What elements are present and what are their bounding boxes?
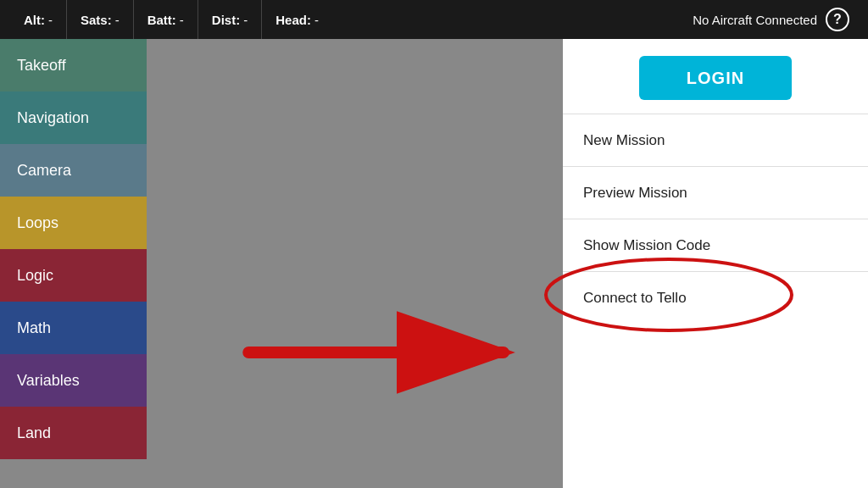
head-value: - xyxy=(314,13,319,27)
sidebar-item-logic[interactable]: Logic xyxy=(0,249,147,302)
sidebar-item-camera[interactable]: Camera xyxy=(0,144,147,197)
alt-indicator: Alt: - xyxy=(10,0,66,39)
alt-label: Alt: xyxy=(24,13,45,27)
sidebar-item-math[interactable]: Math xyxy=(0,302,147,354)
head-label: Head: xyxy=(275,13,311,27)
sidebar-item-variables[interactable]: Variables xyxy=(0,354,147,407)
login-button[interactable]: LOGIN xyxy=(639,56,792,100)
connection-status-text: No Aircraft Connected xyxy=(693,13,817,27)
batt-label: Batt: xyxy=(147,13,176,27)
new-mission-item[interactable]: New Mission xyxy=(563,114,868,167)
preview-mission-item[interactable]: Preview Mission xyxy=(563,167,868,219)
sidebar: TakeoffNavigationCameraLoopsLogicMathVar… xyxy=(0,39,147,488)
alt-value: - xyxy=(48,13,53,27)
login-section: LOGIN xyxy=(563,39,868,114)
sidebar-item-land[interactable]: Land xyxy=(0,407,147,459)
sidebar-item-navigation[interactable]: Navigation xyxy=(0,92,147,144)
batt-indicator: Batt: - xyxy=(133,0,198,39)
sats-label: Sats: xyxy=(81,13,112,27)
connect-to-tello-item[interactable]: Connect to Tello xyxy=(563,272,868,324)
help-icon[interactable]: ? xyxy=(826,8,849,31)
sats-indicator: Sats: - xyxy=(66,0,133,39)
main-layout: TakeoffNavigationCameraLoopsLogicMathVar… xyxy=(0,39,868,488)
dist-label: Dist: xyxy=(212,13,240,27)
right-panel: LOGIN New Mission Preview Mission Show M… xyxy=(563,39,868,488)
dist-indicator: Dist: - xyxy=(198,0,261,39)
connection-status: No Aircraft Connected ? xyxy=(684,8,858,31)
show-mission-code-item[interactable]: Show Mission Code xyxy=(563,219,868,272)
batt-value: - xyxy=(180,13,184,27)
sidebar-item-takeoff[interactable]: Takeoff xyxy=(0,39,147,92)
dist-value: - xyxy=(243,13,248,27)
top-bar: Alt: - Sats: - Batt: - Dist: - Head: - N… xyxy=(0,0,868,39)
head-indicator: Head: - xyxy=(261,0,332,39)
sidebar-item-loops[interactable]: Loops xyxy=(0,197,147,249)
overlay xyxy=(147,39,563,488)
sats-value: - xyxy=(115,13,120,27)
canvas-area[interactable] xyxy=(147,39,563,488)
